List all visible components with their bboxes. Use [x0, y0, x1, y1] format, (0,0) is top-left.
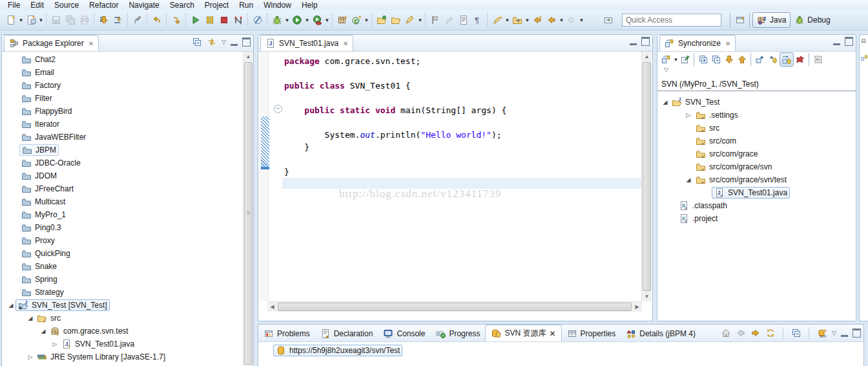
- editor-tab[interactable]: J SVN_Test01.java ✕: [260, 35, 353, 51]
- new-java-project-icon[interactable]: ✦: [335, 13, 349, 27]
- tab-Details-jBPM-4-[interactable]: Details (jBPM 4): [621, 325, 701, 341]
- run-last-icon[interactable]: [310, 13, 324, 27]
- edit-disabled-icon[interactable]: [442, 13, 457, 27]
- collapsed-arrow-icon[interactable]: ▷: [52, 341, 58, 347]
- java-perspective-button[interactable]: JJava: [752, 12, 790, 28]
- editor-vscrollbar[interactable]: ▲ ▼: [641, 52, 652, 301]
- expanded-arrow-icon[interactable]: ◢: [685, 177, 692, 183]
- quick-access-input[interactable]: [622, 14, 721, 27]
- collapse-all-icon[interactable]: [710, 53, 723, 66]
- close-icon[interactable]: ✕: [725, 40, 730, 47]
- restore-pane-icon[interactable]: ⊟: [861, 38, 866, 44]
- open-type-icon[interactable]: [375, 13, 389, 27]
- profile-icon[interactable]: [231, 13, 245, 27]
- show-whitespace-icon[interactable]: ¶: [471, 13, 485, 27]
- save-icon[interactable]: [49, 13, 63, 27]
- repository-item[interactable]: https://5h9j8h2uxeagit3/svn/Test: [273, 345, 402, 356]
- new-icon[interactable]: ✦: [4, 13, 18, 27]
- next-change-icon[interactable]: [723, 53, 736, 66]
- expanded-arrow-icon[interactable]: ◢: [662, 99, 668, 105]
- tab-Problems[interactable]: Problems: [258, 325, 315, 341]
- menu-refactor[interactable]: Refactor: [84, 0, 123, 10]
- suspend-icon[interactable]: [203, 13, 217, 27]
- maximize-icon[interactable]: [852, 328, 861, 338]
- run-launch-icon[interactable]: [290, 13, 304, 27]
- forward-icon[interactable]: [750, 328, 761, 338]
- annotate-icon[interactable]: [403, 13, 417, 27]
- maximize-icon[interactable]: [845, 37, 853, 46]
- collapsed-arrow-icon[interactable]: ▷: [685, 112, 692, 118]
- close-icon[interactable]: ✕: [343, 40, 348, 47]
- debug-perspective-button[interactable]: Debug: [790, 13, 834, 27]
- outgoing-mode-icon[interactable]: [767, 53, 780, 66]
- menu-help[interactable]: Help: [296, 0, 323, 10]
- mark-occurrences-icon-dropdown[interactable]: ▼: [504, 13, 510, 27]
- annotate-icon-dropdown[interactable]: ▼: [417, 13, 423, 27]
- back-star-icon[interactable]: ✦: [530, 13, 544, 27]
- synchronize-icon[interactable]: [660, 53, 673, 66]
- new-icon-dropdown[interactable]: ▼: [18, 13, 24, 27]
- menu-file[interactable]: File: [3, 0, 25, 10]
- mark-occurrences-icon[interactable]: ✦: [490, 13, 504, 27]
- both-mode-icon[interactable]: [780, 52, 794, 67]
- task-flag-icon[interactable]: [428, 13, 442, 27]
- code-text[interactable]: package com.grace.svn.test; public class…: [284, 55, 506, 190]
- tab-Console[interactable]: Console: [378, 325, 430, 341]
- synchronize-mini-icon[interactable]: [861, 54, 868, 61]
- new-wizard-icon[interactable]: ✦: [24, 13, 38, 27]
- minimize-icon[interactable]: [231, 38, 238, 46]
- build-all-icon[interactable]: [97, 13, 111, 27]
- last-edit-location-icon[interactable]: [130, 13, 145, 27]
- menu-project[interactable]: Project: [200, 0, 234, 10]
- expanded-arrow-icon[interactable]: ◢: [40, 328, 46, 334]
- menu-edit[interactable]: Edit: [25, 0, 49, 10]
- toggle-build-icon[interactable]: [111, 13, 125, 27]
- minimize-icon[interactable]: [630, 38, 637, 45]
- tab-Declaration[interactable]: Declaration: [315, 325, 378, 341]
- fold-collapse-icon[interactable]: −: [274, 105, 282, 113]
- forward-nav-icon-dropdown[interactable]: ▼: [579, 13, 584, 27]
- tab-Progress[interactable]: Progress: [430, 325, 485, 341]
- menu-navigate[interactable]: Navigate: [123, 0, 164, 10]
- incoming-mode-icon[interactable]: [754, 53, 767, 66]
- menu-search[interactable]: Search: [165, 0, 200, 10]
- maximize-icon[interactable]: [242, 38, 251, 47]
- new-class-icon-dropdown[interactable]: ▼: [364, 13, 369, 27]
- back-nav-icon[interactable]: [544, 13, 559, 27]
- link-with-editor-icon-dropdown[interactable]: ▼: [524, 13, 530, 27]
- new-repository-icon[interactable]: ✦SVN: [817, 328, 827, 338]
- close-icon[interactable]: ✕: [88, 40, 94, 47]
- link-with-editor-icon[interactable]: [510, 13, 524, 27]
- update-icon[interactable]: [812, 53, 825, 66]
- expanded-arrow-icon[interactable]: ◢: [8, 302, 14, 308]
- tab-Properties[interactable]: Properties: [562, 325, 621, 341]
- save-all-icon[interactable]: [63, 13, 78, 27]
- menu-source[interactable]: Source: [49, 0, 84, 10]
- terminate-icon[interactable]: [217, 13, 231, 27]
- skip-breakpoints-icon[interactable]: [251, 13, 265, 27]
- synchronize-tab[interactable]: Synchronize ✕: [659, 35, 736, 51]
- menu-window[interactable]: Window: [258, 0, 296, 10]
- new-wizard-icon-dropdown[interactable]: ▼: [38, 13, 44, 27]
- close-icon[interactable]: ✕: [549, 329, 555, 338]
- link-with-editor-icon[interactable]: [207, 37, 217, 47]
- conflicts-mode-icon[interactable]: [794, 53, 807, 66]
- previous-change-icon[interactable]: [736, 53, 749, 66]
- print-icon[interactable]: [78, 13, 92, 27]
- view-menu-icon[interactable]: ▽: [222, 39, 226, 45]
- debug-launch-icon[interactable]: [270, 13, 284, 27]
- fast-view-icon[interactable]: [601, 13, 615, 27]
- minimize-icon[interactable]: [833, 38, 840, 45]
- open-resource-icon[interactable]: [389, 13, 403, 27]
- collapsed-arrow-icon[interactable]: ▷: [27, 354, 34, 360]
- editor-hscrollbar[interactable]: ◀ ▶: [267, 301, 642, 312]
- package-explorer-scrollbar[interactable]: ▲: [243, 52, 253, 366]
- forward-nav-icon[interactable]: [564, 13, 579, 27]
- forward-curve-icon[interactable]: [169, 13, 183, 27]
- pin-icon[interactable]: [679, 53, 692, 66]
- view-menu-icon[interactable]: ▽: [664, 67, 668, 73]
- refresh-icon[interactable]: [765, 328, 776, 338]
- tab-SVN-[interactable]: SVN 资源库✕: [485, 325, 561, 341]
- run-last-icon-dropdown[interactable]: ▼: [324, 13, 330, 27]
- minimize-icon[interactable]: [841, 329, 848, 337]
